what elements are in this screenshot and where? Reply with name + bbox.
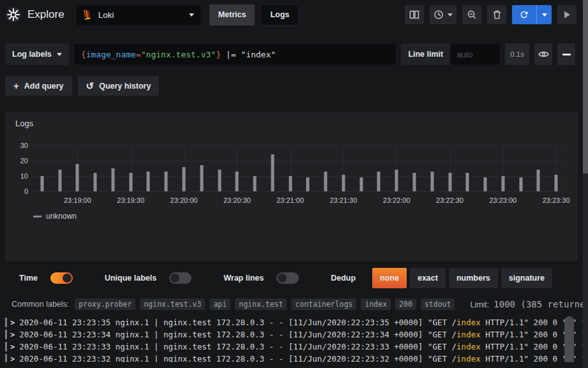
log-rows-list[interactable]: >2020-06-11 23:23:35 nginx.1 | nginx.tes… (5, 316, 583, 362)
histogram-bar[interactable] (129, 173, 132, 191)
unique-labels-toggle-label: Unique labels (105, 274, 156, 283)
tab-metrics[interactable]: Metrics (209, 4, 255, 26)
legend-series-label[interactable]: unknown (46, 212, 77, 221)
dedup-option-signature[interactable]: signature (501, 268, 552, 288)
histogram-bar[interactable] (555, 175, 558, 191)
histogram-bar[interactable] (430, 172, 433, 191)
common-label-chip[interactable]: nginx.test.v3 (140, 298, 205, 310)
time-picker-button[interactable] (430, 5, 456, 24)
histogram-bar[interactable] (111, 168, 114, 191)
common-label-chip[interactable]: nginx.test (235, 298, 287, 310)
common-label-chip[interactable]: 200 (395, 298, 416, 310)
live-tail-button[interactable] (557, 5, 577, 24)
histogram-bar[interactable] (412, 173, 416, 191)
time-toggle[interactable] (50, 272, 73, 284)
logs-histogram-chart[interactable]: 010203023:19:0023:19:3023:20:0023:20:302… (33, 145, 565, 191)
zoom-out-button[interactable] (462, 5, 481, 24)
histogram-bar[interactable] (377, 172, 381, 191)
split-view-button[interactable] (405, 5, 424, 24)
common-label-chip[interactable]: containerlogs (291, 298, 356, 310)
datasource-picker[interactable]: Loki (76, 4, 201, 26)
common-label-chip[interactable]: proxy.prober (75, 298, 135, 310)
histogram-bar[interactable] (253, 176, 257, 191)
query-history-button[interactable]: ↺ Query history (78, 76, 160, 96)
log-labels-button[interactable]: Log labels (5, 43, 69, 65)
histogram-bar[interactable] (466, 173, 469, 191)
histogram-bar[interactable] (289, 176, 292, 191)
trash-icon (492, 10, 502, 20)
log-level-bar (5, 354, 7, 362)
unique-labels-toggle[interactable] (169, 272, 192, 284)
chevron-right-icon[interactable]: > (10, 330, 15, 339)
common-label-chip[interactable]: stdout (421, 298, 455, 310)
query-duration-badge: 0.1s (505, 43, 529, 65)
add-query-label: Add query (24, 82, 64, 91)
page-scrollbar-thumb[interactable] (583, 0, 588, 173)
refresh-icon[interactable] (512, 5, 536, 24)
chevron-right-icon[interactable]: > (10, 342, 15, 351)
histogram-bar[interactable] (395, 170, 398, 191)
y-axis-tick-label: 20 (20, 157, 28, 165)
run-query-button[interactable] (512, 5, 552, 24)
add-query-button[interactable]: + Add query (5, 76, 72, 96)
dedup-option-none[interactable]: none (372, 268, 407, 288)
run-query-dropdown[interactable] (536, 5, 552, 24)
page-title: Explore (27, 8, 64, 21)
dedup-option-numbers[interactable]: numbers (449, 268, 498, 288)
line-limit-input[interactable] (450, 43, 500, 65)
clear-all-button[interactable] (487, 5, 506, 24)
chevron-right-icon[interactable]: > (10, 355, 15, 363)
histogram-bar[interactable] (537, 170, 540, 191)
histogram-bar[interactable] (306, 177, 310, 191)
query-equals: = (136, 50, 141, 59)
log-line-text: 2020-06-11 23:23:34 nginx.1 | nginx.test… (19, 330, 583, 339)
histogram-bar[interactable] (236, 172, 239, 191)
histogram-bar[interactable] (448, 173, 451, 191)
x-axis-tick-label: 23:22:00 (383, 196, 411, 204)
tab-logs[interactable]: Logs (260, 4, 299, 26)
histogram-bar[interactable] (147, 172, 150, 191)
logs-panel: Logs 010203023:19:0023:19:3023:20:0023:2… (5, 112, 578, 261)
wrap-lines-toggle[interactable] (276, 272, 299, 284)
histogram-bar[interactable] (200, 165, 203, 191)
histogram-bar[interactable] (183, 167, 186, 191)
gridline (33, 145, 565, 146)
common-label-chip[interactable]: api (209, 298, 230, 310)
histogram-bar[interactable] (94, 173, 97, 191)
page-scrollbar[interactable] (583, 0, 588, 368)
minus-icon (562, 54, 571, 55)
query-input[interactable]: {image_name="nginx.test.v3"} |= "index" (74, 43, 396, 65)
toolbar-actions (405, 5, 577, 24)
histogram-bar[interactable] (342, 175, 345, 191)
dedup-option-exact[interactable]: exact (410, 268, 446, 288)
histogram-bar[interactable] (271, 154, 274, 191)
clock-icon (433, 10, 444, 20)
log-list-scrollbar-thumb[interactable] (564, 316, 574, 362)
query-close-brace: } (216, 50, 221, 59)
wrap-lines-toggle-label: Wrap lines (223, 274, 264, 283)
log-row[interactable]: >2020-06-11 23:23:35 nginx.1 | nginx.tes… (5, 316, 583, 328)
limit-value: 1000 (385 returned) (494, 299, 588, 309)
log-row[interactable]: >2020-06-11 23:23:34 nginx.1 | nginx.tes… (5, 328, 583, 341)
histogram-bar[interactable] (165, 172, 168, 191)
histogram-bar[interactable] (501, 176, 504, 191)
histogram-bar[interactable] (58, 170, 61, 191)
log-line-text: 2020-06-11 23:23:33 nginx.1 | nginx.test… (19, 342, 583, 351)
remove-query-button[interactable] (557, 43, 575, 65)
histogram-bar[interactable] (484, 177, 487, 191)
common-label-chip[interactable]: index (361, 298, 391, 310)
x-axis-tick-label: 23:22:30 (436, 196, 464, 204)
histogram-bar[interactable] (324, 172, 328, 191)
histogram-bar[interactable] (76, 164, 79, 191)
chevron-down-icon (448, 13, 453, 17)
histogram-bar[interactable] (519, 177, 522, 191)
log-row[interactable]: >2020-06-11 23:23:33 nginx.1 | nginx.tes… (5, 341, 583, 353)
chevron-right-icon[interactable]: > (10, 318, 15, 327)
histogram-bar[interactable] (218, 170, 221, 191)
toggle-query-visibility-button[interactable] (534, 43, 552, 65)
log-row[interactable]: >2020-06-11 23:23:32 nginx.1 | nginx.tes… (5, 353, 583, 362)
history-icon: ↺ (86, 81, 94, 91)
histogram-bar[interactable] (40, 176, 43, 191)
histogram-bar[interactable] (359, 177, 363, 191)
common-labels-list: proxy.probernginx.test.v3apinginx.testco… (75, 298, 455, 310)
